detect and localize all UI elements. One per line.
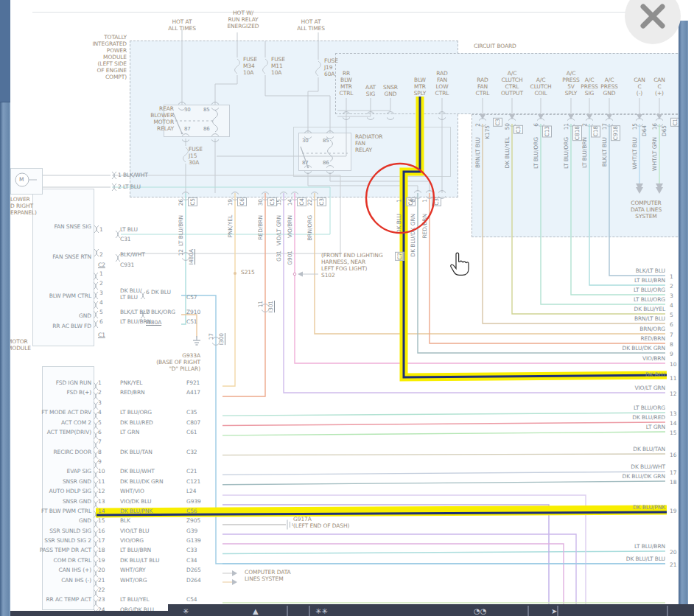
relay-pin: 85 — [323, 138, 329, 144]
pin-number: 19 — [98, 557, 105, 564]
mid-wire-color: PNK/YEL — [227, 215, 234, 237]
right-row-number: 9 — [670, 351, 673, 357]
toolbar-icon[interactable]: ▲ — [253, 608, 259, 615]
connector-code: C34 — [186, 557, 197, 564]
splice-s215-label: S215 — [241, 269, 255, 276]
cb-wire-code: D64 — [641, 125, 648, 136]
module-b-label: FT MODE ACT DRV — [10, 409, 91, 416]
module-b-label: CAN IHS (+) — [10, 567, 91, 573]
motor-module-name: MOTOR MODULE — [7, 338, 31, 351]
wire — [367, 118, 374, 120]
mid-wire-pin: 30 — [257, 199, 264, 206]
mid-wire-color: VIO/LT GRN — [276, 215, 282, 246]
module-b-label: RR AC TEMP ACT — [10, 596, 91, 603]
pin-number: 4 — [98, 409, 102, 416]
module-a-label: FAN SNSE SIG — [10, 223, 91, 230]
wire — [222, 481, 665, 485]
pin-number: 11 — [98, 478, 105, 485]
mid-wire-color: RED/BRN — [421, 214, 428, 239]
bottom-toolbar[interactable]: ✳▲✳✳◔◔➤ — [168, 604, 694, 616]
wire — [96, 301, 98, 309]
arrow-icon — [298, 272, 303, 277]
bottom-toolbar-left[interactable] — [10, 611, 168, 616]
connector-code: I480A — [146, 319, 161, 326]
wire-color: WHT/GRY — [120, 567, 146, 573]
relay-pin: 86 — [203, 126, 210, 133]
wire — [387, 118, 394, 120]
connector-code: Z905 — [186, 517, 200, 524]
wire — [222, 505, 549, 604]
right-row-label: BLK/LT BLU — [555, 267, 665, 274]
pin-number: 6 — [99, 318, 103, 325]
cb-wire-color: DK BLU/YEL — [504, 137, 511, 169]
right-row-number: 11 — [670, 375, 676, 382]
motor-pin: 1 BLK/WHT — [118, 172, 148, 178]
node — [307, 167, 309, 169]
mid-wire-code: C6 — [237, 197, 247, 206]
wire — [96, 292, 98, 299]
pin-number: 7 — [98, 438, 102, 445]
pin-number: 16 — [98, 528, 105, 534]
right-row-number: 20 — [670, 549, 676, 556]
connector-code: C931 — [120, 262, 134, 268]
pin-number: 14 — [98, 508, 105, 514]
pin-number: 20 — [98, 567, 105, 573]
pin-number: 1 — [99, 226, 103, 233]
connector-code: G39 — [186, 528, 197, 534]
wire — [222, 432, 665, 435]
hot-at-all-times-1: HOT AT ALL TIMES — [158, 18, 206, 32]
node — [181, 133, 183, 135]
mid-wire-code: C3 — [317, 197, 326, 206]
pin-number: 3 — [99, 290, 103, 296]
wire — [387, 112, 394, 114]
fuse-j15-label: FUSE J15 30A — [189, 146, 203, 166]
wire — [263, 59, 268, 74]
right-row-number: 19 — [670, 508, 676, 514]
toolbar-separator — [527, 606, 529, 616]
pin-number: 12 — [98, 488, 105, 494]
wire-color: RED/BRN — [120, 389, 145, 396]
toolbar-icon[interactable]: ◔◔ — [474, 608, 486, 615]
toolbar-icon[interactable]: ➤ — [551, 608, 557, 615]
circuit-board-title: CIRCUIT BOARD — [474, 43, 516, 49]
cb-wire-code: C18 — [591, 125, 600, 137]
cb-wire-pin: 16 — [651, 123, 658, 130]
toolbar-icon[interactable]: ✳✳ — [315, 608, 328, 615]
cb-pin-label: A/C PRESS GND — [592, 77, 626, 97]
right-row-label: LT BLU/BRN — [555, 277, 665, 284]
pin-number: 1 — [99, 270, 103, 277]
right-scrollbar[interactable] — [679, 21, 688, 616]
wire — [337, 98, 390, 111]
wire — [215, 75, 237, 105]
relay-pin: 87 — [302, 160, 309, 167]
right-row-number: 16 — [670, 452, 676, 458]
wire — [217, 98, 346, 156]
right-row-number: 12 — [670, 391, 676, 397]
ground-g933a-label: G933A (BASE OF RIGHT "D" PILLAR) — [144, 352, 200, 372]
hot-at-all-times-2: HOT AT ALL TIMES — [287, 18, 334, 32]
left-scrollbar[interactable] — [0, 0, 10, 616]
cb-wire-code: K175 — [484, 125, 491, 139]
cb-pin-label: CAN C (+) — [642, 77, 676, 97]
mid-sub-code: I480A — [188, 249, 194, 265]
mid-sub-code: C7 — [395, 252, 404, 261]
right-row-number: 7 — [670, 332, 673, 338]
module-b-label: SNSR GND — [10, 498, 91, 505]
left-scrollbar-thumb[interactable] — [0, 0, 10, 102]
connector-code: D264 — [186, 577, 201, 584]
right-row-number: 5 — [670, 312, 673, 318]
cb-wire-code: C918 — [611, 125, 620, 141]
right-row-label: DK BLU/PNK — [555, 504, 665, 511]
right-row-label: DK BLU/DK GRN — [555, 345, 665, 351]
close-button[interactable] — [625, 0, 681, 44]
wire-color: DK BLU/DK GRN — [120, 478, 163, 485]
right-row-label: LT BLU/BRN — [555, 543, 665, 550]
module-b-label: EVAP SIG — [10, 468, 91, 475]
module-b-label: FT BLW PWM CTRL — [10, 508, 91, 514]
toolbar-icon[interactable]: ✳ — [183, 608, 189, 615]
pin-number: 15 — [98, 517, 105, 524]
cb-wire-pin: 11 — [563, 123, 569, 130]
fuse-m34-label: FUSE M34 10A — [243, 56, 257, 76]
cb-wire-pin: 2 — [581, 123, 588, 127]
connector-code: C21 — [186, 468, 197, 475]
